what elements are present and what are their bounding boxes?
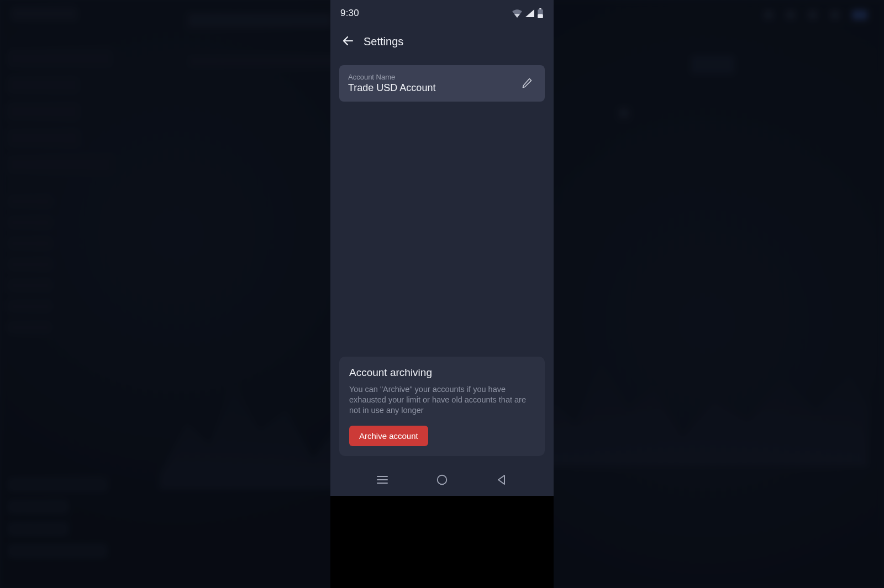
home-button[interactable] (431, 469, 453, 491)
archive-account-button[interactable]: Archive account (349, 426, 428, 446)
account-name-value: Trade USD Account (348, 82, 435, 94)
svg-point-7 (438, 475, 447, 484)
svg-rect-0 (539, 8, 541, 9)
account-archiving-card: Account archiving You can "Archive" your… (339, 357, 545, 456)
pencil-icon (522, 77, 533, 90)
account-name-card: Account Name Trade USD Account (339, 65, 545, 102)
app-bar: Settings (330, 27, 554, 56)
svg-rect-2 (538, 14, 543, 18)
settings-content: Account Name Trade USD Account Account a… (330, 56, 554, 465)
account-name-label: Account Name (348, 73, 435, 81)
menu-lines-icon (376, 475, 388, 486)
archiving-description: You can "Archive" your accounts if you h… (349, 384, 535, 416)
battery-icon (537, 8, 544, 19)
device-letterbox (330, 496, 554, 588)
circle-icon (436, 474, 448, 488)
svg-marker-8 (498, 475, 504, 484)
system-nav-bar (330, 465, 554, 496)
recent-apps-button[interactable] (371, 469, 393, 491)
arrow-left-icon (341, 34, 355, 49)
edit-account-name-button[interactable] (518, 75, 536, 92)
status-time: 9:30 (340, 8, 359, 19)
wifi-icon (512, 9, 523, 18)
back-system-button[interactable] (491, 469, 513, 491)
page-title: Settings (364, 35, 403, 48)
status-system-icons (512, 8, 544, 19)
back-button[interactable] (340, 34, 356, 49)
status-bar: 9:30 (330, 0, 554, 27)
triangle-left-icon (497, 474, 507, 487)
archiving-heading: Account archiving (349, 367, 535, 379)
mobile-device-frame: 9:30 (330, 0, 554, 496)
cellular-icon (525, 9, 535, 18)
